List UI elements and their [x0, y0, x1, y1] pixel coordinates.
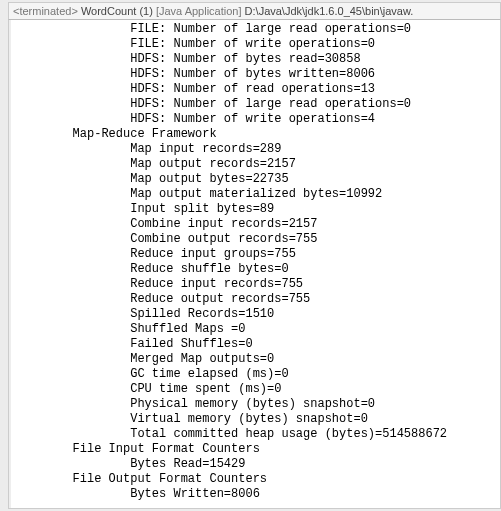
- console-line: Total committed heap usage (bytes)=51458…: [15, 427, 500, 442]
- console-line: File Input Format Counters: [15, 442, 500, 457]
- console-line: Input split bytes=89: [15, 202, 500, 217]
- console-line: Map output bytes=22735: [15, 172, 500, 187]
- console-line: Spilled Records=1510: [15, 307, 500, 322]
- console-line: Reduce input records=755: [15, 277, 500, 292]
- console-line: Combine input records=2157: [15, 217, 500, 232]
- console-line: Merged Map outputs=0: [15, 352, 500, 367]
- console-line: Reduce input groups=755: [15, 247, 500, 262]
- console-line: Bytes Read=15429: [15, 457, 500, 472]
- console-line: HDFS: Number of bytes read=30858: [15, 52, 500, 67]
- console-line: HDFS: Number of large read operations=0: [15, 97, 500, 112]
- console-line: Shuffled Maps =0: [15, 322, 500, 337]
- console-line: Map output materialized bytes=10992: [15, 187, 500, 202]
- console-line: Combine output records=755: [15, 232, 500, 247]
- exec-path: D:\Java\Jdk\jdk1.6.0_45\bin\javaw.: [245, 5, 414, 17]
- console-line: FILE: Number of large read operations=0: [15, 22, 500, 37]
- console-line: File Output Format Counters: [15, 472, 500, 487]
- gutter: [9, 20, 11, 508]
- console-line: Failed Shuffles=0: [15, 337, 500, 352]
- console-line: Reduce output records=755: [15, 292, 500, 307]
- app-name: WordCount (1): [81, 5, 153, 17]
- console-line: Virtual memory (bytes) snapshot=0: [15, 412, 500, 427]
- app-type: [Java Application]: [156, 5, 242, 17]
- run-status: <terminated>: [13, 5, 78, 17]
- console-line: Map output records=2157: [15, 157, 500, 172]
- console-line: Map input records=289: [15, 142, 500, 157]
- console-line: Bytes Written=8006: [15, 487, 500, 502]
- console-line: Physical memory (bytes) snapshot=0: [15, 397, 500, 412]
- console-line: Reduce shuffle bytes=0: [15, 262, 500, 277]
- console-line: HDFS: Number of read operations=13: [15, 82, 500, 97]
- console-text: FILE: Number of large read operations=0 …: [9, 20, 500, 504]
- console-line: FILE: Number of write operations=0: [15, 37, 500, 52]
- console-view: <terminated> WordCount (1) [Java Applica…: [0, 0, 501, 511]
- console-line: CPU time spent (ms)=0: [15, 382, 500, 397]
- console-line: HDFS: Number of write operations=4: [15, 112, 500, 127]
- console-line: HDFS: Number of bytes written=8006: [15, 67, 500, 82]
- console-header: <terminated> WordCount (1) [Java Applica…: [8, 2, 501, 20]
- console-output-area[interactable]: FILE: Number of large read operations=0 …: [8, 20, 501, 509]
- console-line: Map-Reduce Framework: [15, 127, 500, 142]
- console-line: GC time elapsed (ms)=0: [15, 367, 500, 382]
